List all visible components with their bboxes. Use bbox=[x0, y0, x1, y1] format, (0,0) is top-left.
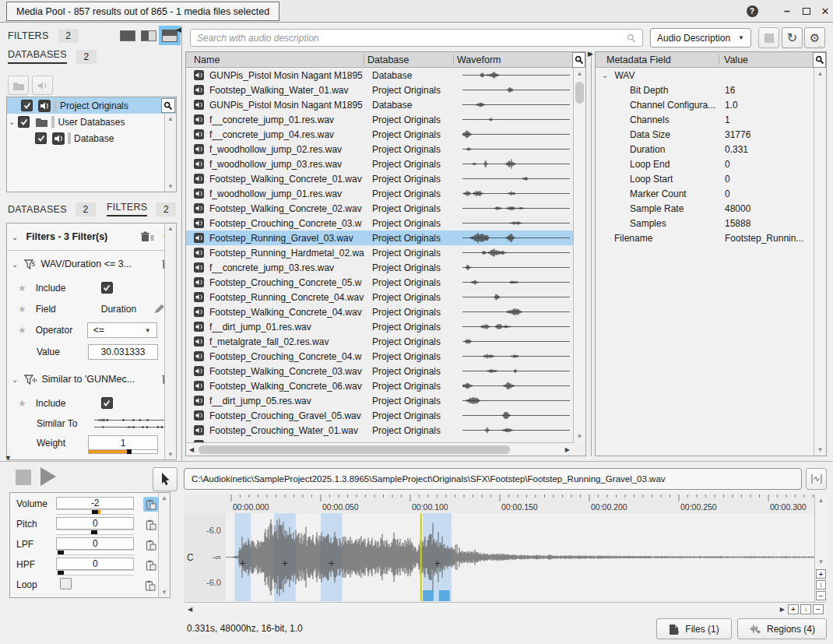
scroll-down-icon[interactable]: ▼ bbox=[815, 558, 827, 565]
filter1-header[interactable]: ⌄ WAV/Duration <= 3... bbox=[7, 251, 176, 277]
metadata-row[interactable]: Duration0.331 bbox=[596, 142, 814, 157]
property-slider[interactable] bbox=[56, 570, 134, 575]
right-divider[interactable] bbox=[591, 51, 592, 456]
file-row[interactable]: Footstep_Running_Concrete_04.wavProject … bbox=[186, 290, 573, 304]
search-input[interactable]: Search with audio description bbox=[190, 29, 643, 47]
file-row[interactable]: Footstep_Walking_Concrete_03.wavProject … bbox=[186, 364, 573, 378]
scroll-down-icon[interactable]: ▼ bbox=[159, 589, 170, 596]
files-button[interactable]: Files (1) bbox=[656, 618, 732, 639]
file-row[interactable]: f__dirt_jump_05.res.wavProject Originals bbox=[186, 393, 573, 408]
file-row[interactable]: Footstep_Walking_Concrete_06.wavProject … bbox=[186, 378, 573, 393]
metadata-scrollbar[interactable]: ▲ ▼ bbox=[814, 68, 826, 456]
scroll-left-icon[interactable]: ◀ bbox=[184, 606, 196, 613]
tab-filters[interactable]: FILTERS bbox=[107, 202, 148, 216]
file-row[interactable]: Footstep_Crouching_Concrete_04.wProject … bbox=[186, 349, 573, 364]
tree-item-database[interactable]: Database bbox=[7, 130, 176, 146]
include-checkbox[interactable] bbox=[101, 397, 113, 409]
waveform-plot[interactable] bbox=[226, 513, 814, 601]
file-row[interactable]: f_woodhollow_jump_03.res.wavProject Orig… bbox=[186, 157, 573, 171]
zoom-fit-button[interactable]: ⁞ bbox=[800, 604, 811, 614]
tab-databases[interactable]: DATABASES bbox=[8, 204, 67, 215]
scroll-down-icon[interactable]: ▼ bbox=[574, 433, 585, 440]
operator-select[interactable]: <= ▼ bbox=[87, 322, 157, 338]
slider-handle[interactable] bbox=[58, 571, 64, 575]
file-row[interactable]: f_woodhollow_jump_02.res.wavProject Orig… bbox=[186, 142, 573, 157]
delete-all-filters-button[interactable] bbox=[141, 231, 154, 242]
minimize-button[interactable]: – bbox=[779, 2, 796, 19]
property-value-input[interactable]: -2 bbox=[56, 497, 134, 509]
scroll-thumb[interactable] bbox=[199, 445, 510, 454]
star-icon[interactable]: ★ bbox=[18, 325, 26, 336]
metadata-row[interactable]: Channels1 bbox=[596, 112, 814, 127]
slider-handle[interactable] bbox=[92, 510, 98, 514]
paste-properties-button[interactable] bbox=[143, 517, 158, 532]
property-value-input[interactable]: 0 bbox=[56, 517, 134, 530]
metadata-group-row[interactable]: ⌄WAV bbox=[596, 68, 814, 83]
chevron-down-icon[interactable]: ⌄ bbox=[602, 71, 608, 79]
tree-search-button[interactable] bbox=[161, 98, 175, 113]
metadata-row[interactable]: Loop Start0 bbox=[596, 171, 814, 186]
file-row[interactable]: Footstep_Crouching_Gravel_05.wavProject … bbox=[186, 408, 573, 423]
chevron-down-icon[interactable]: ⌄ bbox=[9, 118, 15, 126]
new-audio-button[interactable] bbox=[32, 76, 53, 95]
property-slider[interactable] bbox=[56, 550, 134, 555]
tree-item-user-databases[interactable]: ⌄ User Databases bbox=[7, 114, 176, 130]
metadata-search-button[interactable] bbox=[813, 52, 826, 68]
stop-button[interactable] bbox=[16, 470, 31, 485]
loop-checkbox[interactable] bbox=[60, 578, 72, 589]
paste-properties-button[interactable] bbox=[143, 537, 158, 552]
regions-button[interactable]: Regions (4) bbox=[737, 618, 827, 639]
file-list-hscrollbar[interactable]: ◀ ▶ bbox=[186, 442, 573, 456]
databases-top-tab[interactable]: DATABASES 2 bbox=[8, 49, 97, 64]
layout-single-button[interactable] bbox=[118, 28, 137, 44]
help-button[interactable]: ? bbox=[743, 2, 761, 19]
column-database[interactable]: Database bbox=[364, 55, 453, 65]
column-name[interactable]: Name bbox=[186, 55, 364, 65]
filters-scrollbar[interactable]: ▲ ▼ bbox=[164, 223, 176, 459]
file-row[interactable]: Footstep_Walking_Concrete_02.wavProject … bbox=[186, 201, 573, 216]
region-marker[interactable] bbox=[439, 590, 450, 601]
slider-handle[interactable] bbox=[58, 551, 64, 554]
scroll-up-icon[interactable]: ▲ bbox=[159, 494, 170, 501]
property-slider[interactable] bbox=[56, 530, 134, 535]
scroll-up-icon[interactable]: ▲ bbox=[165, 225, 176, 232]
zoom-in-button[interactable]: + bbox=[788, 604, 799, 614]
checkbox-checked[interactable] bbox=[35, 132, 47, 144]
metadata-row[interactable]: Sample Rate48000 bbox=[596, 201, 814, 216]
file-row[interactable]: f__dirt_jump_01.res.wavProject Originals bbox=[186, 319, 573, 334]
zoom-out-button[interactable]: − bbox=[813, 604, 824, 614]
file-row[interactable]: f_woodhollow_jump_01.res.wavProject Orig… bbox=[186, 186, 573, 201]
filter2-header[interactable]: ⌄ Similar to 'GUNMec... bbox=[7, 366, 176, 392]
search-mode-select[interactable]: Audio Description ▼ bbox=[650, 28, 751, 48]
metadata-row[interactable]: FilenameFootstep_Runnin... bbox=[596, 231, 814, 245]
file-path-field[interactable]: C:\Audiokinetic\SampleProject2025.1.3.89… bbox=[184, 468, 802, 490]
layout-split-vertical-button[interactable] bbox=[139, 28, 158, 44]
file-row[interactable]: GUNPis_Pistol Mosin Nagant M1895Database bbox=[186, 97, 573, 112]
scroll-up-icon[interactable]: ▲ bbox=[165, 115, 176, 122]
scroll-up-icon[interactable]: ▲ bbox=[814, 70, 826, 77]
metadata-row[interactable]: Data Size31776 bbox=[596, 127, 814, 142]
property-value-input[interactable]: 0 bbox=[56, 537, 134, 550]
metadata-row[interactable]: Marker Count0 bbox=[596, 186, 814, 201]
file-row[interactable]: f__concrete_jump_04.res.wavProject Origi… bbox=[186, 127, 573, 142]
file-row[interactable]: GUNPis_Pistol Mosin Nagant M1895Database bbox=[186, 68, 573, 83]
expand-right-divider-arrow[interactable]: ▶ bbox=[588, 50, 593, 58]
play-button[interactable] bbox=[40, 467, 56, 486]
zoom-in-vertical-button[interactable]: + bbox=[816, 569, 826, 579]
file-row-selected[interactable]: Footstep_Running_Gravel_03.wavProject Or… bbox=[186, 231, 573, 245]
collapse-left-divider-arrow[interactable]: ◀ bbox=[176, 26, 181, 33]
column-metadata-field[interactable]: Metadata Field bbox=[596, 55, 719, 65]
properties-scrollbar[interactable]: ▲ ▼ bbox=[158, 493, 170, 597]
waveform-hscrollbar[interactable]: ◀ ▶ + ⁞ − bbox=[184, 602, 827, 615]
scroll-down-icon[interactable]: ▼ bbox=[165, 451, 176, 458]
star-icon[interactable]: ★ bbox=[18, 304, 26, 315]
scroll-right-icon[interactable]: ▶ bbox=[777, 606, 788, 613]
scroll-down-icon[interactable]: ▼ bbox=[165, 183, 176, 190]
star-icon[interactable]: ★ bbox=[18, 398, 26, 409]
scroll-up-icon[interactable]: ▲ bbox=[574, 70, 585, 77]
new-folder-button[interactable] bbox=[8, 76, 29, 95]
file-row[interactable]: f__concrete_jump_01.res.wavProject Origi… bbox=[186, 112, 573, 127]
star-icon[interactable]: ★ bbox=[18, 283, 26, 294]
metadata-row[interactable]: Channel Configura...1.0 bbox=[596, 97, 814, 112]
scroll-right-icon[interactable]: ▶ bbox=[562, 446, 573, 453]
